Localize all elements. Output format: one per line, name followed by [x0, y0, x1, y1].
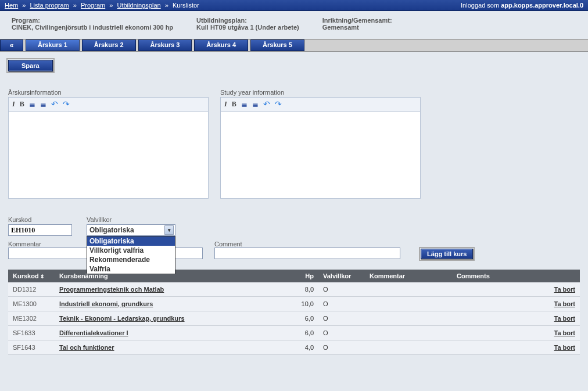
editor-right-area[interactable]	[220, 112, 421, 199]
cell-kommentar	[365, 282, 452, 297]
cell-code: SF1643	[8, 340, 55, 355]
italic-icon[interactable]: I	[224, 100, 227, 109]
breadcrumb-utbildningsplan[interactable]: Utbildningsplan	[117, 2, 160, 9]
valvillkor-option-valfria[interactable]: Valfria	[87, 264, 175, 274]
cell-hp: 4,0	[289, 340, 318, 355]
utbplan-label: Utbildningsplan:	[196, 17, 299, 24]
delete-link[interactable]: Ta bort	[554, 286, 575, 293]
bulletlist-icon[interactable]: ≣	[29, 100, 35, 109]
cell-hp: 8,0	[289, 282, 318, 297]
th-kurskod[interactable]: Kurskod⇕	[8, 270, 55, 282]
chevron-down-icon[interactable]: ▾	[164, 225, 174, 235]
editor-left-label: Årskursinformation	[8, 89, 209, 96]
save-button[interactable]: Spara	[8, 60, 53, 71]
course-table: Kurskod⇕ Kursbenämning Hp Valvillkor Kom…	[8, 270, 580, 355]
editor-left: Årskursinformation I B ≣ ≣ ↶ ↷	[8, 89, 209, 199]
valvillkor-field-wrap: Valvillkor Obligatoriska ▾ Obligatoriska…	[87, 216, 175, 236]
redo-icon[interactable]: ↷	[275, 99, 282, 109]
cell-val: O	[318, 311, 365, 326]
breadcrumb-lista-program[interactable]: Lista program	[30, 2, 69, 9]
tab-arskurs-1[interactable]: Årskurs 1	[26, 40, 80, 51]
cell-code: SF1633	[8, 326, 55, 340]
breadcrumb: Hem » Lista program » Program » Utbildni…	[5, 2, 199, 9]
cell-delete: Ta bort	[539, 340, 580, 355]
comment-input[interactable]	[214, 247, 400, 259]
cell-hp: 10,0	[289, 297, 318, 311]
editor-left-toolbar: I B ≣ ≣ ↶ ↷	[8, 97, 209, 112]
cell-comments	[452, 297, 539, 311]
cell-kommentar	[365, 326, 452, 340]
tab-arskurs-3[interactable]: Årskurs 3	[138, 40, 192, 51]
kurskod-input[interactable]	[8, 224, 72, 236]
valvillkor-option-obligatoriska[interactable]: Obligatoriska	[87, 236, 175, 246]
cell-kommentar	[365, 311, 452, 326]
bold-icon[interactable]: B	[20, 100, 24, 109]
inriktning-value: Gemensamt	[322, 24, 392, 31]
th-valvillkor[interactable]: Valvillkor	[318, 270, 365, 282]
table-row: SF1643Tal och funktioner4,0OTa bort	[8, 340, 580, 355]
tab-arskurs-2[interactable]: Årskurs 2	[82, 40, 136, 51]
valvillkor-select[interactable]: Obligatoriska ▾	[87, 224, 175, 236]
tab-arskurs-5[interactable]: Årskurs 5	[250, 40, 304, 51]
cell-val: O	[318, 297, 365, 311]
undo-icon[interactable]: ↶	[263, 99, 270, 109]
valvillkor-option-rekommenderade[interactable]: Rekommenderade	[87, 255, 175, 264]
cell-delete: Ta bort	[539, 326, 580, 340]
cell-name: Tal och funktioner	[55, 340, 289, 355]
table-row: ME1302Teknik - Ekonomi - Ledarskap, grun…	[8, 311, 580, 326]
course-link[interactable]: Tal och funktioner	[59, 344, 114, 351]
cell-kommentar	[365, 297, 452, 311]
bold-icon[interactable]: B	[232, 100, 236, 109]
cell-name: Industriell ekonomi, grundkurs	[55, 297, 289, 311]
kurskod-label: Kurskod	[8, 216, 75, 223]
breadcrumb-current: Kurslistor	[173, 2, 199, 9]
cell-val: O	[318, 340, 365, 355]
tab-back-button[interactable]: «	[0, 40, 23, 51]
numlist-icon[interactable]: ≣	[40, 100, 46, 109]
cell-name: Differentialekvationer I	[55, 326, 289, 340]
bulletlist-icon[interactable]: ≣	[241, 100, 248, 109]
th-kommentar[interactable]: Kommentar	[365, 270, 452, 282]
breadcrumb-program[interactable]: Program	[81, 2, 105, 9]
cell-name: Programmeringsteknik och Matlab	[55, 282, 289, 297]
cell-delete: Ta bort	[539, 282, 580, 297]
valvillkor-selected: Obligatoriska	[89, 226, 134, 234]
redo-icon[interactable]: ↷	[63, 99, 70, 109]
cell-delete: Ta bort	[539, 297, 580, 311]
course-link[interactable]: Differentialekvationer I	[59, 329, 128, 336]
cell-val: O	[318, 326, 365, 340]
editor-left-area[interactable]	[8, 112, 209, 199]
numlist-icon[interactable]: ≣	[252, 100, 259, 109]
course-link[interactable]: Industriell ekonomi, grundkurs	[59, 300, 153, 307]
sort-icon: ⇕	[40, 274, 45, 279]
cell-kommentar	[365, 340, 452, 355]
italic-icon[interactable]: I	[12, 100, 15, 109]
header-inriktning: Inriktning/Gemensamt: Gemensamt	[322, 17, 392, 31]
editors: Årskursinformation I B ≣ ≣ ↶ ↷ Study yea…	[8, 89, 580, 199]
kurskod-field-wrap: Kurskod	[8, 216, 75, 236]
breadcrumb-hem[interactable]: Hem	[5, 2, 18, 9]
course-link[interactable]: Teknik - Ekonomi - Ledarskap, grundkurs	[59, 315, 185, 322]
editor-right-label: Study year information	[220, 89, 421, 96]
add-course-button[interactable]: Lägg till kurs	[421, 249, 473, 259]
tab-arskurs-4[interactable]: Årskurs 4	[194, 40, 248, 51]
header-program: Program: CINEK, Civilingenjörsutb i indu…	[12, 17, 173, 31]
th-comments[interactable]: Comments	[452, 270, 539, 282]
delete-link[interactable]: Ta bort	[554, 344, 575, 351]
course-link[interactable]: Programmeringsteknik och Matlab	[59, 286, 164, 293]
login-user: app.kopps.approver.local.0	[501, 2, 583, 9]
valvillkor-option-villkorligt[interactable]: Villkorligt valfria	[87, 246, 175, 255]
table-row: ME1300Industriell ekonomi, grundkurs10,0…	[8, 297, 580, 311]
delete-link[interactable]: Ta bort	[554, 315, 575, 322]
cell-comments	[452, 326, 539, 340]
comment-field-wrap: Comment	[214, 241, 409, 259]
cell-code: ME1300	[8, 297, 55, 311]
login-info: Inloggad som app.kopps.approver.local.0	[461, 2, 583, 9]
undo-icon[interactable]: ↶	[51, 99, 58, 109]
th-actions	[539, 270, 580, 282]
th-hp[interactable]: Hp	[289, 270, 318, 282]
cell-hp: 6,0	[289, 326, 318, 340]
delete-link[interactable]: Ta bort	[554, 300, 575, 307]
program-label: Program:	[12, 17, 173, 24]
delete-link[interactable]: Ta bort	[554, 329, 575, 336]
